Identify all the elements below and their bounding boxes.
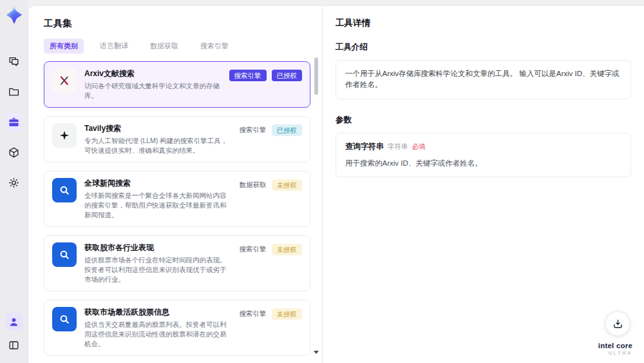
tool-meta: 数据获取未授权 [240, 178, 303, 191]
active-stocks-search-icon [52, 307, 77, 331]
toolbox-icon [8, 116, 20, 128]
tool-description: 访问各个研究领域大量科学论文和文章的存储库。 [84, 81, 223, 101]
download-icon [612, 318, 624, 330]
category-tabs: 所有类别语言翻译数据获取搜索引擎 [44, 39, 310, 54]
main-content: 工具集 所有类别语言翻译数据获取搜索引擎 Arxiv文献搜索访问各个研究领域大量… [28, 5, 644, 363]
category-badge: 搜索引擎 [229, 70, 267, 81]
tool-description: 全球新闻搜索是一个聚合全球各大新闻网站内容的搜索引擎，帮助用户快速获取全球最新资… [84, 191, 233, 220]
tool-name: Tavily搜索 [84, 123, 233, 134]
panel-toggle-icon [8, 339, 20, 351]
category-label: 搜索引擎 [240, 245, 267, 254]
sidebar-item-chat[interactable] [5, 52, 23, 70]
params-list: 查询字符串字符串必填用于搜索的Arxiv ID、关键字或作者姓名。 [336, 133, 631, 177]
category-label: 数据获取 [240, 181, 267, 190]
category-tab-3[interactable]: 搜索引擎 [194, 39, 234, 54]
app-logo-icon [4, 5, 24, 25]
tool-detail-panel: 工具详情 工具介绍 一个用于从Arxiv存储库搜索科学论文和文章的工具。 输入可… [323, 6, 644, 363]
user-icon [8, 316, 20, 328]
sidebar-item-folder[interactable] [5, 83, 23, 101]
stock-sector-search-icon [52, 242, 77, 267]
tool-card-1[interactable]: Tavily搜索专为人工智能代理 (LLM) 构建的搜索引擎工具，可快速提供实时… [44, 116, 310, 162]
param-name: 查询字符串 [345, 141, 384, 152]
auth-status-badge: 未授权 [272, 308, 303, 320]
tool-card-3[interactable]: 获取股市各行业表现提供股票市场各个行业在特定时间段内的表现。投资者可以利用这些信… [44, 235, 310, 291]
tool-description: 提供当天交易量最高的股票列表。投资者可以利用这些信息来识别流动性强的股票和潜在的… [84, 320, 233, 349]
tools-list-panel: 工具集 所有类别语言翻译数据获取搜索引擎 Arxiv文献搜索访问各个研究领域大量… [28, 6, 323, 363]
sidebar-item-box[interactable] [5, 143, 23, 161]
page-title: 工具集 [44, 17, 310, 30]
category-tab-0[interactable]: 所有类别 [44, 39, 84, 54]
auth-status-badge: 未授权 [272, 179, 303, 191]
sidebar-item-user[interactable] [5, 313, 23, 331]
sidebar-item-settings[interactable] [5, 173, 23, 191]
auth-status-badge: 已授权 [272, 124, 303, 136]
arxiv-logo-icon [52, 68, 77, 93]
param-type: 字符串 [388, 142, 408, 152]
sidebar-item-panel[interactable] [5, 336, 23, 354]
category-label: 搜索引擎 [240, 126, 267, 135]
tool-card-4[interactable]: 获取市场最活跃股票信息提供当天交易量最高的股票列表。投资者可以利用这些信息来识别… [44, 300, 310, 356]
param-description: 用于搜索的Arxiv ID、关键字或作者姓名。 [345, 158, 621, 169]
news-search-icon [52, 178, 77, 202]
tool-meta: 搜索引擎未授权 [240, 307, 303, 320]
sidebar-item-tools[interactable] [5, 113, 23, 131]
category-label: 搜索引擎 [240, 309, 267, 319]
category-tab-1[interactable]: 语言翻译 [94, 39, 134, 54]
sparkle-icon [52, 123, 77, 148]
auth-status-badge: 未授权 [272, 244, 303, 255]
param-head: 查询字符串字符串必填 [345, 141, 621, 152]
app-root: 工具集 所有类别语言翻译数据获取搜索引擎 Arxiv文献搜索访问各个研究领域大量… [0, 0, 644, 363]
folder-icon [8, 86, 20, 98]
cube-icon [8, 146, 20, 159]
tool-card-text: 获取市场最活跃股票信息提供当天交易量最高的股票列表。投资者可以利用这些信息来识别… [84, 307, 233, 349]
tool-name: 全球新闻搜索 [84, 178, 233, 189]
download-button[interactable] [605, 311, 630, 336]
gear-icon [8, 177, 20, 189]
auth-status-badge: 已授权 [272, 70, 303, 81]
param-required-label: 必填 [412, 142, 426, 152]
intel-ultra-text: ULTRA [598, 351, 632, 357]
tool-cards-list: Arxiv文献搜索访问各个研究领域大量科学论文和文章的存储库。搜索引擎已授权Ta… [44, 61, 310, 363]
tool-meta: 搜索引擎已授权 [240, 123, 303, 136]
sidebar-nav [5, 52, 23, 191]
tool-description: 专为人工智能代理 (LLM) 构建的搜索引擎工具，可快速提供实时、准确和真实的结… [84, 136, 233, 155]
tool-card-2[interactable]: 全球新闻搜索全球新闻搜索是一个聚合全球各大新闻网站内容的搜索引擎，帮助用户快速获… [44, 171, 310, 227]
tool-card-text: 获取股市各行业表现提供股票市场各个行业在特定时间段内的表现。投资者可以利用这些信… [84, 242, 233, 284]
tool-intro-text: 一个用于从Arxiv存储库搜索科学论文和文章的工具。 输入可以是Arxiv ID… [336, 60, 631, 99]
intro-heading: 工具介绍 [336, 42, 631, 53]
tool-meta: 搜索引擎未授权 [240, 242, 303, 255]
scrollbar-down-arrow-icon[interactable] [314, 351, 319, 354]
tool-card-text: Arxiv文献搜索访问各个研究领域大量科学论文和文章的存储库。 [84, 68, 223, 101]
detail-title: 工具详情 [336, 17, 631, 29]
tool-description: 提供股票市场各个行业在特定时间段内的表现。投资者可以利用这些信息来识别表现优于或… [84, 255, 233, 284]
intel-brand-text: intel core [598, 342, 632, 349]
tool-card-text: 全球新闻搜索全球新闻搜索是一个聚合全球各大新闻网站内容的搜索引擎，帮助用户快速获… [84, 178, 233, 220]
params-heading: 参数 [336, 115, 631, 126]
param-card-0: 查询字符串字符串必填用于搜索的Arxiv ID、关键字或作者姓名。 [336, 133, 631, 177]
tool-name: Arxiv文献搜索 [84, 68, 223, 79]
category-tab-2[interactable]: 数据获取 [144, 39, 184, 54]
intel-core-logo: intel core ULTRA [598, 339, 632, 357]
tool-card-0[interactable]: Arxiv文献搜索访问各个研究领域大量科学论文和文章的存储库。搜索引擎已授权 [44, 61, 310, 108]
chat-icon [8, 55, 20, 68]
sidebar-bottom [5, 313, 23, 354]
scrollbar[interactable] [314, 57, 318, 363]
sidebar [0, 0, 28, 363]
tool-name: 获取市场最活跃股票信息 [84, 307, 233, 318]
tool-meta: 搜索引擎已授权 [229, 68, 303, 81]
tool-name: 获取股市各行业表现 [84, 242, 233, 253]
tool-card-text: Tavily搜索专为人工智能代理 (LLM) 构建的搜索引擎工具，可快速提供实时… [84, 123, 233, 155]
scrollbar-thumb[interactable] [314, 57, 318, 95]
